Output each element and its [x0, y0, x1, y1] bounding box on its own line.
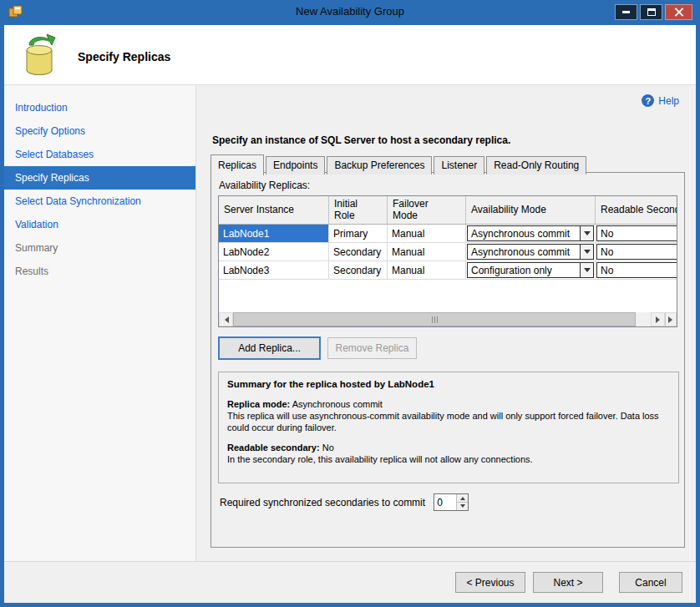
close-button[interactable]	[665, 4, 692, 20]
content-area: ? Help Specify an instance of SQL Server…	[197, 86, 696, 561]
cell-failover-mode[interactable]: Manual	[388, 243, 466, 261]
instruction-text: Specify an instance of SQL Server to hos…	[212, 134, 510, 146]
sidebar-item-introduction[interactable]: Introduction	[4, 96, 195, 119]
required-secondaries-input[interactable]	[434, 494, 456, 510]
readable-secondary-dropdown[interactable]: No	[596, 225, 677, 241]
replica-mode-label: Replica mode:	[227, 399, 290, 409]
column-header-failover-mode[interactable]: Failover Mode	[388, 196, 466, 224]
horizontal-scrollbar[interactable]	[219, 312, 677, 326]
table-row: LabNode3 Secondary Manual Configuration …	[219, 261, 677, 280]
cell-initial-role[interactable]: Secondary	[329, 243, 388, 261]
cell-failover-mode[interactable]: Manual	[388, 261, 466, 279]
column-header-server-instance[interactable]: Server Instance	[219, 196, 329, 224]
cell-readable-secondary: No	[596, 225, 677, 242]
column-header-label: Server Instance	[224, 205, 294, 216]
chevron-down-icon[interactable]	[580, 263, 593, 277]
page-title: Specify Replicas	[78, 50, 170, 63]
sidebar-item-select-data-synchronization[interactable]: Select Data Synchronization	[4, 190, 195, 213]
column-header-readable-secondary[interactable]: Readable Secondary	[596, 196, 677, 224]
help-label: Help	[658, 95, 679, 107]
next-button[interactable]: Next >	[533, 572, 603, 593]
cell-failover-mode[interactable]: Manual	[388, 225, 466, 242]
grid-header-row: Server Instance Initial Role Failover Mo…	[219, 196, 677, 225]
new-availability-group-window: New Availability Group Specify Replicas	[0, 0, 700, 607]
availability-mode-dropdown[interactable]: Asynchronous commit	[467, 225, 594, 241]
cell-server-instance[interactable]: LabNode1	[219, 225, 329, 242]
up-arrow-icon	[460, 494, 465, 500]
scrollbar-thumb[interactable]	[233, 312, 636, 326]
column-header-label: Failover Mode	[393, 199, 439, 222]
replica-summary-box: Summary for the replica hosted by LabNod…	[218, 372, 679, 483]
tab-strip: Replicas Endpoints Backup Preferences Li…	[211, 154, 588, 175]
availability-mode-dropdown[interactable]: Asynchronous commit	[467, 244, 594, 260]
help-link[interactable]: ? Help	[642, 94, 679, 107]
readable-secondary-section: Readable secondary: No In the secondary …	[227, 443, 670, 466]
dropdown-value: Configuration only	[468, 265, 580, 276]
tab-read-only-routing[interactable]: Read-Only Routing	[486, 156, 586, 175]
cancel-button[interactable]: Cancel	[619, 572, 682, 593]
cell-readable-secondary: No	[596, 243, 677, 261]
column-header-label: Readable Secondary	[601, 205, 677, 216]
column-header-availability-mode[interactable]: Availability Mode	[466, 196, 596, 224]
readable-secondary-description: In the secondary role, this availability…	[227, 454, 533, 464]
cell-availability-mode: Asynchronous commit	[466, 225, 596, 242]
cell-availability-mode: Configuration only	[466, 261, 596, 279]
summary-title: Summary for the replica hosted by LabNod…	[227, 379, 670, 389]
sidebar-item-select-databases[interactable]: Select Databases	[4, 143, 195, 166]
help-icon: ?	[642, 94, 654, 107]
tab-listener[interactable]: Listener	[434, 156, 484, 175]
tab-endpoints[interactable]: Endpoints	[266, 156, 325, 175]
cell-server-instance[interactable]: LabNode3	[219, 261, 329, 279]
cell-initial-role[interactable]: Secondary	[329, 261, 388, 279]
chevron-down-icon[interactable]	[580, 226, 593, 240]
window-controls	[615, 4, 692, 20]
table-row: LabNode1 Primary Manual Asynchronous com…	[219, 225, 677, 243]
tab-backup-preferences[interactable]: Backup Preferences	[327, 156, 432, 175]
previous-button[interactable]: < Previous	[455, 572, 525, 593]
wizard-banner: Specify Replicas	[4, 25, 696, 85]
footer-buttons: < Previous Next > Cancel	[448, 572, 682, 593]
add-replica-button[interactable]: Add Replica...	[218, 336, 321, 360]
availability-replicas-label: Availability Replicas:	[219, 180, 310, 191]
sidebar-item-summary: Summary	[4, 236, 195, 260]
main-area: Introduction Specify Options Select Data…	[4, 86, 696, 561]
wizard-steps-sidebar: Introduction Specify Options Select Data…	[4, 86, 196, 561]
cell-readable-secondary: No	[596, 261, 677, 279]
dropdown-value: Asynchronous commit	[468, 228, 580, 240]
spinner-buttons	[456, 494, 468, 510]
titlebar[interactable]: New Availability Group	[0, 0, 700, 25]
readable-secondary-dropdown[interactable]: No	[596, 244, 677, 260]
dropdown-value: No	[597, 265, 677, 276]
readable-secondary-dropdown[interactable]: No	[596, 262, 677, 278]
grid-inner: Server Instance Initial Role Failover Mo…	[219, 196, 677, 280]
window-title: New Availability Group	[0, 5, 700, 18]
minimize-button[interactable]	[615, 4, 637, 20]
sidebar-item-specify-options[interactable]: Specify Options	[4, 119, 195, 143]
sidebar-item-results: Results	[4, 260, 195, 283]
cell-server-instance[interactable]: LabNode2	[219, 243, 329, 261]
cell-availability-mode: Asynchronous commit	[466, 243, 596, 261]
sidebar-item-specify-replicas[interactable]: Specify Replicas	[4, 166, 195, 190]
spinner-down-button[interactable]	[457, 503, 468, 510]
scroll-right-button[interactable]	[651, 312, 665, 326]
remove-replica-button: Remove Replica	[327, 337, 417, 359]
spinner-up-button[interactable]	[457, 494, 468, 503]
column-header-label: Availability Mode	[471, 205, 546, 216]
maximize-button[interactable]	[640, 4, 662, 20]
footer-bar: < Previous Next > Cancel	[4, 561, 696, 603]
scroll-right-icon	[656, 316, 663, 323]
cell-initial-role[interactable]: Primary	[329, 225, 388, 242]
column-header-initial-role[interactable]: Initial Role	[329, 196, 388, 224]
close-icon	[674, 8, 683, 17]
scroll-left-icon	[221, 316, 229, 323]
scroll-left-button[interactable]	[219, 312, 233, 326]
availability-mode-dropdown[interactable]: Configuration only	[467, 262, 594, 278]
replica-mode-section: Replica mode: Asynchronous commit This r…	[227, 399, 670, 433]
window-body: Specify Replicas Introduction Specify Op…	[4, 25, 696, 603]
tab-replicas[interactable]: Replicas	[211, 154, 264, 175]
required-secondaries-label: Required synchronized secondaries to com…	[220, 497, 425, 508]
replica-mode-value: Asynchronous commit	[290, 399, 383, 409]
chevron-down-icon[interactable]	[580, 245, 593, 259]
scrollbar-corner-button[interactable]	[665, 312, 677, 326]
sidebar-item-validation[interactable]: Validation	[4, 213, 195, 236]
